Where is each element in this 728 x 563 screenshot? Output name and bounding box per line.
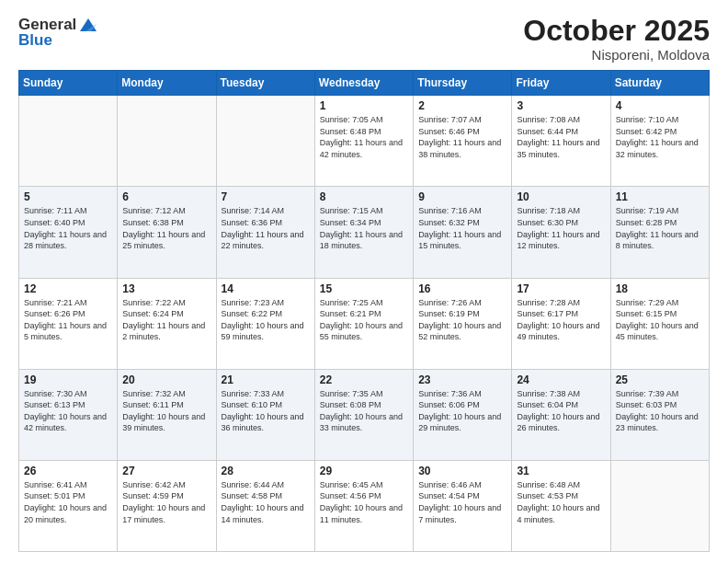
day-info-line: Daylight: 11 hours and 12 minutes.: [517, 229, 605, 252]
day-info-line: Sunrise: 7:15 AM: [320, 205, 408, 217]
day-info: Sunrise: 7:29 AMSunset: 6:15 PMDaylight:…: [616, 297, 704, 343]
day-info-line: Sunset: 6:38 PM: [122, 217, 210, 229]
day-info-line: Daylight: 11 hours and 42 minutes.: [320, 137, 408, 160]
day-info-line: Sunrise: 7:38 AM: [517, 388, 605, 400]
day-number: 8: [320, 190, 408, 203]
calendar-day-cell: [118, 96, 216, 187]
day-info: Sunrise: 7:16 AMSunset: 6:32 PMDaylight:…: [418, 205, 506, 251]
day-info: Sunrise: 6:41 AMSunset: 5:01 PMDaylight:…: [24, 479, 112, 525]
day-number: 9: [418, 190, 506, 203]
calendar-day-cell: 14Sunrise: 7:23 AMSunset: 6:22 PMDayligh…: [216, 278, 314, 369]
day-info-line: Sunrise: 7:07 AM: [418, 114, 506, 126]
calendar-day-cell: 17Sunrise: 7:28 AMSunset: 6:17 PMDayligh…: [512, 278, 610, 369]
day-info: Sunrise: 7:25 AMSunset: 6:21 PMDaylight:…: [320, 297, 408, 343]
day-info-line: Sunrise: 7:28 AM: [517, 297, 605, 309]
day-info: Sunrise: 7:19 AMSunset: 6:28 PMDaylight:…: [616, 205, 704, 251]
calendar-day-cell: 23Sunrise: 7:36 AMSunset: 6:06 PMDayligh…: [414, 369, 512, 460]
day-info-line: Daylight: 10 hours and 29 minutes.: [418, 411, 506, 434]
day-info-line: Sunrise: 7:35 AM: [320, 388, 408, 400]
day-info-line: Sunset: 6:32 PM: [418, 217, 506, 229]
calendar-day-cell: [19, 96, 118, 187]
calendar-day-cell: 1Sunrise: 7:05 AMSunset: 6:48 PMDaylight…: [314, 96, 413, 187]
day-info-line: Sunrise: 7:12 AM: [122, 205, 210, 217]
day-info-line: Sunrise: 7:10 AM: [616, 114, 704, 126]
day-info: Sunrise: 6:44 AMSunset: 4:58 PMDaylight:…: [222, 479, 310, 525]
day-number: 17: [517, 282, 605, 295]
weekday-header: Friday: [512, 71, 610, 96]
calendar-day-cell: 25Sunrise: 7:39 AMSunset: 6:03 PMDayligh…: [610, 369, 709, 460]
day-info: Sunrise: 6:48 AMSunset: 4:53 PMDaylight:…: [517, 479, 605, 525]
day-number: 6: [122, 190, 210, 203]
calendar-day-cell: 21Sunrise: 7:33 AMSunset: 6:10 PMDayligh…: [216, 369, 314, 460]
day-info-line: Sunset: 6:28 PM: [616, 217, 704, 229]
day-info-line: Sunset: 4:53 PM: [517, 490, 605, 502]
day-info-line: Sunset: 6:30 PM: [517, 217, 605, 229]
day-info-line: Sunrise: 6:48 AM: [517, 479, 605, 491]
day-number: 15: [320, 282, 408, 295]
day-info: Sunrise: 7:15 AMSunset: 6:34 PMDaylight:…: [320, 205, 408, 251]
logo-icon: [78, 15, 98, 35]
day-number: 24: [517, 373, 605, 386]
day-number: 12: [24, 282, 112, 295]
weekday-header: Tuesday: [216, 71, 314, 96]
day-info: Sunrise: 7:26 AMSunset: 6:19 PMDaylight:…: [418, 297, 506, 343]
day-info: Sunrise: 7:28 AMSunset: 6:17 PMDaylight:…: [517, 297, 605, 343]
day-number: 21: [222, 373, 310, 386]
day-number: 25: [616, 373, 704, 386]
day-number: 3: [517, 99, 605, 112]
day-info-line: Sunrise: 6:46 AM: [418, 479, 506, 491]
calendar-day-cell: 29Sunrise: 6:45 AMSunset: 4:56 PMDayligh…: [314, 460, 413, 551]
calendar-day-cell: 26Sunrise: 6:41 AMSunset: 5:01 PMDayligh…: [19, 460, 118, 551]
day-number: 29: [320, 465, 408, 477]
day-info-line: Daylight: 11 hours and 25 minutes.: [122, 229, 210, 252]
day-number: 14: [222, 282, 310, 295]
day-info: Sunrise: 6:45 AMSunset: 4:56 PMDaylight:…: [320, 479, 408, 525]
day-info-line: Sunset: 6:03 PM: [616, 399, 704, 411]
day-info-line: Sunset: 6:08 PM: [320, 399, 408, 411]
day-info-line: Daylight: 11 hours and 15 minutes.: [418, 229, 506, 252]
day-number: 26: [24, 465, 112, 477]
day-info-line: Sunset: 5:01 PM: [24, 490, 112, 502]
day-info-line: Daylight: 11 hours and 35 minutes.: [517, 137, 605, 160]
day-info-line: Sunset: 6:17 PM: [517, 308, 605, 320]
day-info-line: Sunset: 6:36 PM: [222, 217, 310, 229]
calendar-day-cell: 24Sunrise: 7:38 AMSunset: 6:04 PMDayligh…: [512, 369, 610, 460]
calendar-day-cell: [610, 460, 709, 551]
day-number: 7: [222, 190, 310, 203]
day-info-line: Daylight: 10 hours and 49 minutes.: [517, 320, 605, 343]
day-number: 30: [418, 465, 506, 477]
day-info-line: Sunset: 6:10 PM: [222, 399, 310, 411]
header: General Blue October 2025 Nisporeni, Mol…: [18, 15, 710, 63]
day-number: 13: [122, 282, 210, 295]
day-info-line: Daylight: 10 hours and 11 minutes.: [320, 502, 408, 525]
day-info: Sunrise: 7:12 AMSunset: 6:38 PMDaylight:…: [122, 205, 210, 251]
day-info-line: Sunset: 4:58 PM: [222, 490, 310, 502]
day-info-line: Sunset: 6:21 PM: [320, 308, 408, 320]
calendar-day-cell: 10Sunrise: 7:18 AMSunset: 6:30 PMDayligh…: [512, 187, 610, 278]
calendar-day-cell: 20Sunrise: 7:32 AMSunset: 6:11 PMDayligh…: [118, 369, 216, 460]
calendar-week-row: 5Sunrise: 7:11 AMSunset: 6:40 PMDaylight…: [19, 187, 710, 278]
day-info: Sunrise: 7:14 AMSunset: 6:36 PMDaylight:…: [222, 205, 310, 251]
day-info-line: Sunset: 6:22 PM: [222, 308, 310, 320]
day-info: Sunrise: 7:05 AMSunset: 6:48 PMDaylight:…: [320, 114, 408, 160]
day-number: 10: [517, 190, 605, 203]
calendar-day-cell: 31Sunrise: 6:48 AMSunset: 4:53 PMDayligh…: [512, 460, 610, 551]
day-info-line: Daylight: 10 hours and 36 minutes.: [222, 411, 310, 434]
day-info-line: Sunrise: 7:32 AM: [122, 388, 210, 400]
day-info-line: Sunset: 4:59 PM: [122, 490, 210, 502]
day-info-line: Sunrise: 7:14 AM: [222, 205, 310, 217]
calendar-day-cell: 16Sunrise: 7:26 AMSunset: 6:19 PMDayligh…: [414, 278, 512, 369]
day-info-line: Sunset: 6:15 PM: [616, 308, 704, 320]
day-info-line: Sunrise: 6:45 AM: [320, 479, 408, 491]
day-info-line: Sunrise: 7:11 AM: [24, 205, 112, 217]
day-info-line: Sunrise: 7:19 AM: [616, 205, 704, 217]
calendar-day-cell: 7Sunrise: 7:14 AMSunset: 6:36 PMDaylight…: [216, 187, 314, 278]
day-info-line: Sunset: 6:11 PM: [122, 399, 210, 411]
day-info-line: Sunset: 6:46 PM: [418, 126, 506, 138]
calendar-day-cell: 5Sunrise: 7:11 AMSunset: 6:40 PMDaylight…: [19, 187, 118, 278]
logo-blue-text: Blue: [18, 31, 52, 50]
weekday-header: Monday: [118, 71, 216, 96]
day-info-line: Sunrise: 7:29 AM: [616, 297, 704, 309]
calendar-day-cell: 22Sunrise: 7:35 AMSunset: 6:08 PMDayligh…: [314, 369, 413, 460]
day-info: Sunrise: 7:39 AMSunset: 6:03 PMDaylight:…: [616, 388, 704, 434]
